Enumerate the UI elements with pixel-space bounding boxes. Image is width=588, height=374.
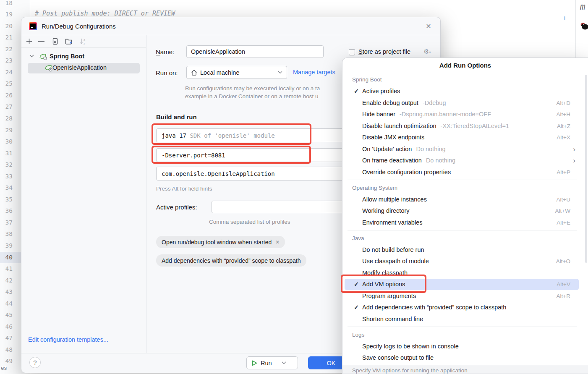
run-on-select[interactable]: Local machine <box>186 66 287 79</box>
help-button[interactable]: ? <box>29 357 41 368</box>
annotation-rectangle-vm-options-field <box>152 146 311 164</box>
tag-open-tool-window[interactable]: Open run/debug tool window when started … <box>156 236 285 248</box>
add-run-options-popup: Add Run Options Spring Boot ✓ Active pro… <box>342 58 588 374</box>
close-icon[interactable]: ✕ <box>423 21 434 31</box>
bird-icon <box>580 22 588 30</box>
store-as-project-file-label: Store as project file <box>358 48 410 55</box>
run-on-help-line2: example in a Docker Container or on a re… <box>185 93 318 99</box>
main-class-field[interactable]: com.openisle.OpenIsleApplication <box>156 167 361 180</box>
spring-boot-icon <box>39 52 47 61</box>
menu-item-enable-debug-output[interactable]: Enable debug output -Ddebug Alt+D <box>342 97 588 109</box>
tree-toolbar: az <box>21 35 146 48</box>
home-icon <box>191 70 197 76</box>
code-text-fragment: m <box>580 2 585 12</box>
remove-configuration-button[interactable] <box>38 41 44 42</box>
menu-item-disable-jmx-endpoints[interactable]: Disable JMX endpoints Alt+X <box>342 132 588 143</box>
menu-divider <box>348 180 577 180</box>
tag-add-dependencies[interactable]: Add dependencies with “provided” scope t… <box>156 254 306 267</box>
profiles-hint-text: Comma separated list of profiles <box>209 219 290 225</box>
run-on-value: Local machine <box>200 69 240 76</box>
status-text-fragment: es <box>1 365 7 371</box>
intellij-logo-icon <box>29 22 37 30</box>
menu-item-add-dependencies-provided[interactable]: ✓ Add dependencies with “provided” scope… <box>342 302 588 313</box>
add-configuration-button[interactable] <box>26 38 33 45</box>
run-button[interactable]: Run <box>246 356 298 369</box>
store-as-project-file-checkbox[interactable] <box>349 49 355 55</box>
line-number: 18 <box>0 0 30 9</box>
section-header-operating-system: Operating System <box>352 183 397 193</box>
active-profiles-input[interactable] <box>212 201 361 213</box>
section-header-spring-boot: Spring Boot <box>352 75 382 85</box>
annotation-rectangle-jdk-field <box>152 123 311 145</box>
dialog-titlebar: Run/Debug Configurations ✕ <box>21 17 440 35</box>
tree-group-label: Spring Boot <box>50 53 84 60</box>
menu-item-on-update-action[interactable]: On 'Update' action Do nothing › <box>342 144 588 155</box>
menu-item-active-profiles[interactable]: ✓ Active profiles <box>342 86 588 97</box>
manage-targets-link[interactable]: Manage targets <box>293 69 335 76</box>
checkmark-icon: ✓ <box>353 302 360 313</box>
code-comment-line: # Post publish mode: DIRECT or REVIEW <box>35 10 175 17</box>
scrollbar-error-stripe-mark <box>564 16 565 20</box>
menu-item-override-configuration-properties[interactable]: Override configuration properties Alt+P <box>342 167 588 178</box>
menu-item-specify-logs[interactable]: Specify logs to be shown in console <box>342 341 588 352</box>
submenu-arrow-icon: › <box>573 144 575 155</box>
run-options-chevron-icon[interactable] <box>282 361 286 364</box>
menu-item-do-not-build-before-run[interactable]: Do not build before run <box>342 244 588 256</box>
menu-divider <box>348 327 577 327</box>
menu-item-allow-multiple-instances[interactable]: Allow multiple instances Alt+U <box>342 194 588 205</box>
menu-item-environment-variables[interactable]: Environment variables Alt+E <box>342 217 588 228</box>
popup-status-text: Specify VM options for running the appli… <box>352 367 468 374</box>
section-header-logs: Logs <box>352 330 364 340</box>
run-on-label: Run on: <box>156 69 178 76</box>
copy-configuration-button[interactable] <box>52 38 59 45</box>
menu-item-use-classpath-of-module[interactable]: Use classpath of module Alt+O <box>342 256 588 267</box>
remove-tag-icon[interactable]: ✕ <box>275 239 280 245</box>
dialog-title: Run/Debug Configurations <box>42 23 116 30</box>
checkmark-icon: ✓ <box>353 86 360 97</box>
chevron-down-icon <box>278 71 282 74</box>
svg-text:a: a <box>84 38 85 41</box>
sort-alphabetically-icon[interactable]: az <box>79 38 87 45</box>
chevron-down-icon[interactable] <box>29 55 34 58</box>
menu-item-hide-banner[interactable]: Hide banner -Dspring.main.banner-mode=OF… <box>342 109 588 120</box>
menu-item-on-frame-deactivation[interactable]: On frame deactivation Do nothing › <box>342 155 588 166</box>
section-header-java: Java <box>352 233 364 243</box>
edit-configuration-templates-link[interactable]: Edit configuration templates... <box>28 336 108 343</box>
tree-item-label: OpenIsleApplication <box>52 64 107 71</box>
annotation-rectangle-add-vm-options <box>341 275 426 293</box>
menu-item-working-directory[interactable]: Working directory Alt+W <box>342 205 588 217</box>
menu-item-save-console-output[interactable]: Save console output to file <box>342 352 588 364</box>
name-input[interactable]: OpenIsleApplication <box>186 45 324 58</box>
build-and-run-heading: Build and run <box>156 113 197 120</box>
gear-icon[interactable]: ⚙▾ <box>423 48 431 55</box>
panel-divider <box>146 35 146 353</box>
name-label: Name: <box>156 48 174 55</box>
run-on-help-line1: Run configurations may be executed local… <box>185 85 320 92</box>
tree-item-selected[interactable]: OpenIsleApplication <box>28 63 140 73</box>
svg-text:z: z <box>84 42 85 45</box>
active-profiles-label: Active profiles: <box>156 204 197 211</box>
play-icon <box>252 360 257 366</box>
field-hint-text: Press Alt for field hints <box>156 186 212 192</box>
popup-title: Add Run Options <box>342 62 588 69</box>
popup-status-bar: Specify VM options for running the appli… <box>342 365 588 374</box>
submenu-arrow-icon: › <box>573 155 575 166</box>
menu-divider <box>348 230 577 230</box>
spring-boot-icon <box>44 64 53 72</box>
popup-scrollbar[interactable] <box>585 75 587 263</box>
menu-item-shorten-command-line[interactable]: Shorten command line <box>342 314 588 325</box>
menu-item-disable-launch-optimization[interactable]: Disable launch optimization -XX:TieredSt… <box>342 120 588 132</box>
new-folder-button[interactable] <box>65 38 73 45</box>
